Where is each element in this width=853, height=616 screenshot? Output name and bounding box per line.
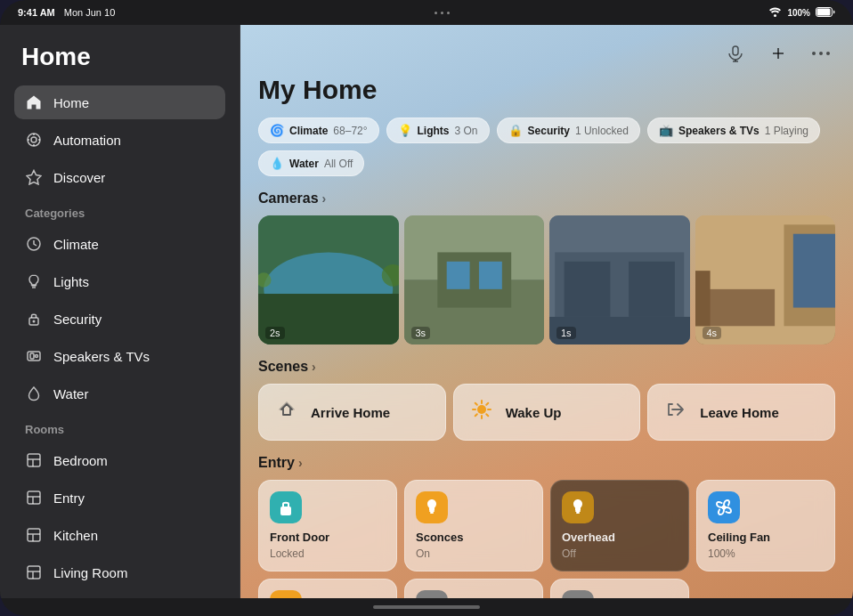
entry-header[interactable]: Entry › [258, 455, 835, 471]
svg-rect-41 [792, 234, 835, 308]
security-icon [25, 310, 43, 328]
device-pendant[interactable]: Pendant 25% [258, 579, 397, 598]
cam-garage-timestamp: 1s [556, 327, 576, 339]
scenes-chevron: › [312, 360, 316, 374]
sidebar-item-lights[interactable]: Lights [14, 264, 225, 298]
pill-lights-label: Lights [418, 125, 450, 137]
front-door-status: Locked [270, 547, 386, 560]
ceiling-fan-status: 100% [708, 547, 824, 560]
device-overhead[interactable]: Overhead Off [550, 480, 689, 571]
camera-garage[interactable]: 1s [549, 215, 690, 344]
sidebar-speakers-label: Speakers & TVs [53, 349, 150, 364]
sidebar-item-automation[interactable]: Automation [14, 123, 225, 157]
pill-security-icon: 🔒 [508, 124, 523, 137]
sidebar-item-water[interactable]: Water [14, 377, 225, 410]
climate-icon [25, 235, 43, 253]
cameras-header[interactable]: Cameras › [258, 190, 835, 207]
svg-point-11 [36, 355, 38, 358]
svg-rect-14 [28, 529, 40, 541]
app-container: Home Home Automation [0, 25, 853, 598]
cameras-label: Cameras [258, 190, 319, 207]
discover-icon [25, 168, 43, 186]
pill-climate-label: Climate [289, 125, 328, 137]
scene-leave-home[interactable]: Leave Home [647, 384, 835, 441]
svg-rect-12 [28, 454, 40, 466]
device-homepod[interactable]: HomePod Not Playing [550, 579, 689, 598]
pill-water[interactable]: 💧 Water All Off [258, 150, 364, 176]
camera-pool[interactable]: 2s [258, 215, 399, 344]
overhead-name: Overhead [562, 531, 678, 544]
pill-security-label: Security [528, 125, 570, 137]
pill-climate-icon: 🌀 [270, 124, 284, 137]
bottom-bar [0, 598, 853, 616]
status-bar-right: 100% [768, 7, 835, 19]
camera-pool-feed [258, 215, 399, 344]
scene-arrive-home[interactable]: Arrive Home [258, 384, 446, 441]
device-sconces[interactable]: Sconces On [404, 480, 543, 571]
sidebar: Home Home Automation [0, 25, 240, 598]
entry-chevron: › [298, 456, 303, 470]
toolbar [258, 39, 835, 68]
camera-living[interactable]: 4s [695, 215, 836, 344]
pill-lights[interactable]: 💡 Lights 3 On [386, 118, 490, 143]
battery: 100% [787, 8, 810, 18]
pill-water-icon: 💧 [270, 157, 284, 170]
sidebar-security-label: Security [53, 312, 102, 327]
device-ceiling-fan[interactable]: Ceiling Fan 100% [696, 480, 835, 571]
scene-wake-up[interactable]: Wake Up [453, 384, 641, 441]
more-button[interactable] [807, 39, 835, 68]
leave-home-icon [662, 397, 689, 427]
status-bar-dots [435, 12, 450, 14]
front-door-name: Front Door [270, 531, 386, 544]
pill-climate[interactable]: 🌀 Climate 68–72° [258, 118, 379, 143]
category-pills: 🌀 Climate 68–72° 💡 Lights 3 On 🔒 Securit… [258, 118, 835, 176]
bedroom-icon [25, 451, 43, 469]
pill-security[interactable]: 🔒 Security 1 Unlocked [497, 118, 640, 143]
svg-point-23 [826, 52, 830, 55]
pill-lights-icon: 💡 [398, 124, 412, 137]
sidebar-item-speakers[interactable]: Speakers & TVs [14, 339, 225, 373]
scenes-section: Scenes › Arrive Home [258, 359, 835, 441]
sidebar-item-bedroom[interactable]: Bedroom [14, 443, 225, 477]
entry-label: Entry [258, 455, 295, 471]
cam-pool-timestamp: 2s [265, 327, 285, 339]
cam-driveway-timestamp: 3s [411, 327, 431, 339]
overhead-icon [562, 491, 594, 523]
sidebar-item-kitchen[interactable]: Kitchen [14, 518, 225, 552]
svg-rect-36 [565, 262, 611, 317]
sidebar-item-home[interactable]: Home [14, 85, 225, 119]
camera-driveway[interactable]: 3s [404, 215, 545, 344]
pill-lights-sub: 3 On [455, 125, 478, 137]
svg-point-4 [31, 137, 37, 142]
home-icon [25, 93, 43, 111]
ceiling-fan-icon [708, 491, 740, 523]
sidebar-item-living[interactable]: Living Room [14, 555, 225, 589]
sidebar-item-discover[interactable]: Discover [14, 160, 225, 194]
homepod-icon [562, 590, 594, 598]
sidebar-title: Home [14, 43, 225, 71]
pill-speakers[interactable]: 📺 Speakers & TVs 1 Playing [647, 118, 820, 143]
time: 9:41 AM [18, 7, 55, 18]
svg-rect-49 [575, 510, 581, 512]
svg-rect-43 [695, 271, 711, 326]
sconces-name: Sconces [416, 531, 532, 544]
sconces-status: On [416, 547, 532, 560]
sidebar-item-security[interactable]: Security [14, 302, 225, 336]
living-room-icon [25, 563, 43, 581]
sidebar-item-entry[interactable]: Entry [14, 481, 225, 515]
sidebar-living-label: Living Room [53, 565, 127, 580]
device-shades[interactable]: Shades Closed [404, 579, 543, 598]
add-button[interactable] [764, 39, 792, 68]
main-content: My Home 🌀 Climate 68–72° 💡 Lights 3 On 🔒… [240, 25, 853, 598]
date: Mon Jun 10 [64, 7, 115, 18]
device-front-door[interactable]: Front Door Locked [258, 480, 397, 571]
pill-speakers-icon: 📺 [659, 124, 673, 137]
voice-button[interactable] [721, 39, 750, 68]
status-bar: 9:41 AM Mon Jun 10 100% [0, 0, 853, 25]
svg-point-44 [477, 405, 486, 414]
sidebar-item-climate[interactable]: Climate [14, 227, 225, 261]
scenes-header[interactable]: Scenes › [258, 359, 835, 375]
home-indicator [373, 605, 480, 609]
sidebar-entry-label: Entry [53, 490, 85, 506]
pendant-icon [270, 590, 302, 598]
